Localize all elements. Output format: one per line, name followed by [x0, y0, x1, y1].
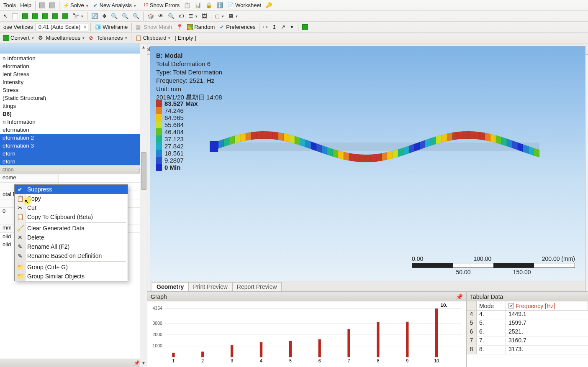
btn-worksheet[interactable]: 📄Worksheet	[226, 1, 263, 10]
context-item-suppress[interactable]: ✔Suppress	[15, 185, 128, 194]
table-row[interactable]: 44.1449.1	[467, 311, 588, 319]
dir-all-icon[interactable]: ✦	[288, 23, 296, 32]
dir-x-icon[interactable]: ↦	[262, 23, 270, 32]
copy-icon: 📋	[17, 195, 23, 202]
rotate-icon[interactable]: 🔄	[90, 12, 100, 21]
menu-tools[interactable]: Tools	[2, 1, 18, 10]
show-mesh-button[interactable]: ▦Show Mesh	[134, 23, 174, 32]
tree-scrollbar[interactable]: ▲ ▼	[140, 43, 147, 367]
btn-show-errors[interactable]: !?Show Errors	[142, 1, 181, 10]
pin-icon[interactable]: 📌	[134, 360, 140, 366]
details-title-label: ction	[3, 167, 13, 173]
tree-item[interactable]: eforn	[0, 158, 147, 165]
context-item-rename-based-on-definition[interactable]: ✎Rename Based on Definition	[15, 251, 128, 260]
filter-elem-icon[interactable]	[61, 12, 70, 21]
context-item-rename-all-f-[interactable]: ✎Rename All (F2)	[15, 242, 128, 251]
context-item-clear-generated-data[interactable]: 🧹Clear Generated Data	[15, 224, 128, 233]
tree-item[interactable]: ttings	[0, 102, 147, 110]
col-mode[interactable]: Mode	[477, 301, 506, 310]
zoom-icon[interactable]: 🔍	[109, 12, 119, 21]
filter-vertex-icon[interactable]	[10, 12, 20, 21]
filter-body-icon[interactable]	[41, 12, 50, 21]
tree-item[interactable]: n Information	[0, 118, 147, 126]
btn-layout2[interactable]	[48, 1, 57, 10]
tab-geometry[interactable]: Geometry	[152, 282, 188, 291]
tabular-grid[interactable]: Mode ✔Frequency [Hz] 44.1449.155.1599.76…	[467, 301, 588, 354]
misc-dropdown[interactable]: ⚙Miscellaneous	[36, 33, 86, 43]
view-prev-icon[interactable]: 🔍	[166, 12, 176, 21]
tag-icon[interactable]: 🏷	[177, 12, 186, 21]
show-dropdown[interactable]: ◻	[213, 12, 226, 21]
filter-face-icon[interactable]	[31, 12, 40, 21]
wireframe-button[interactable]: 🧊Wireframe	[93, 23, 129, 32]
context-item-cut[interactable]: ✂Cut	[15, 203, 128, 212]
tree-item[interactable]: eformation	[0, 126, 147, 134]
convert-dropdown[interactable]: Convert	[2, 33, 36, 43]
btn-nav2[interactable]: 📊	[193, 1, 203, 10]
btn-nav4[interactable]: ℹ️	[215, 1, 225, 10]
btn-key[interactable]: 🔑	[264, 1, 274, 10]
scroll-thumb[interactable]	[141, 152, 146, 190]
probe-icon[interactable]: 📍	[175, 23, 185, 32]
graphics-viewport[interactable]: B: Modal Total Deformation 6 Type: Total…	[150, 46, 585, 291]
context-item-group-ctrl-g-[interactable]: 📁Group (Ctrl+ G)	[15, 263, 128, 272]
zoom-fit-icon[interactable]: 🔍	[131, 12, 141, 21]
tab-report-preview[interactable]: Report Preview	[232, 282, 282, 291]
dir-z-icon[interactable]: ↗	[279, 23, 287, 32]
tree-item[interactable]: eformation	[0, 62, 147, 70]
tab-print-preview[interactable]: Print Preview	[188, 282, 232, 291]
extend-dropdown[interactable]: 🔭	[71, 12, 85, 21]
tree-item[interactable]: Intensity	[0, 78, 147, 86]
svg-rect-0	[213, 143, 539, 151]
cube-icon[interactable]	[300, 23, 310, 32]
btn-layout1[interactable]	[38, 1, 47, 10]
filter-node-icon[interactable]	[51, 12, 60, 21]
solve-label: Solve	[70, 2, 84, 8]
context-item-delete[interactable]: ✕Delete	[15, 233, 128, 242]
btn-new-analysis[interactable]: ✔New Analysis	[91, 1, 138, 10]
col-frequency[interactable]: ✔Frequency [Hz]	[506, 301, 588, 310]
tree-item[interactable]: B6)	[0, 110, 147, 118]
outline-tree[interactable]: n Informationeformationlent StressIntens…	[0, 54, 147, 165]
preferences-button[interactable]: ✔Preferences	[217, 23, 257, 32]
btn-solve[interactable]: ⚡Solve	[62, 1, 90, 10]
pan-icon[interactable]: ✥	[100, 12, 108, 21]
table-row[interactable]: 88.3173.	[467, 346, 588, 354]
scroll-up-icon[interactable]: ▲	[141, 43, 146, 51]
context-item-copy-to-clipboard-beta-[interactable]: 📋Copy To Clipboard (Beta)	[15, 212, 128, 222]
tolerances-dropdown[interactable]: ⊘Tolerances	[87, 33, 129, 43]
context-item-copy[interactable]: 📋Copy	[15, 194, 128, 203]
tree-item[interactable]: n Information	[0, 54, 147, 62]
zoom-box-icon[interactable]: 🔍	[120, 12, 130, 21]
view-iso-icon[interactable]: 🎲	[146, 12, 156, 21]
tree-item[interactable]: lent Stress	[0, 70, 147, 78]
tree-item[interactable]: eformation 2	[0, 134, 147, 142]
svg-marker-7	[240, 133, 246, 142]
filter-edge-icon[interactable]	[21, 12, 30, 21]
manage-views-dropdown[interactable]: ☰	[187, 12, 199, 21]
clipboard-dropdown[interactable]: 📋Clipboard	[134, 33, 172, 43]
table-row[interactable]: 55.1599.7	[467, 319, 588, 328]
result-scale-dropdown[interactable]: 0.41 (Auto Scale)	[36, 23, 88, 31]
tree-item[interactable]: (Static Structural)	[0, 94, 147, 102]
table-row[interactable]: 77.3160.7	[467, 337, 588, 346]
image-icon[interactable]: 🖼	[200, 12, 209, 21]
pin-icon[interactable]: 📌	[456, 293, 463, 300]
context-menu[interactable]: ✔Suppress📋Copy✂Cut📋Copy To Clipboard (Be…	[14, 184, 128, 281]
capture-dropdown[interactable]: 🖥	[226, 12, 239, 21]
btn-nav3[interactable]: 🔒	[204, 1, 214, 10]
random-button[interactable]: Random	[185, 23, 216, 32]
view-look-icon[interactable]: 👁	[157, 12, 165, 21]
table-row[interactable]: 66.2521.	[467, 328, 588, 337]
graph-canvas[interactable]: 10002000300043541234567891010.	[147, 301, 466, 367]
dir-y-icon[interactable]: ↥	[270, 23, 278, 32]
tree-item[interactable]: Stress	[0, 86, 147, 94]
tree-item[interactable]: eformation 3	[0, 142, 147, 150]
tree-item[interactable]: eforn	[0, 150, 147, 158]
scroll-down-icon[interactable]: ▼	[141, 359, 146, 367]
menu-help[interactable]: Help	[18, 1, 33, 10]
prop-value[interactable]	[59, 174, 147, 182]
context-item-group-similar-objects[interactable]: 📁Group Similar Objects	[15, 272, 128, 281]
btn-nav1[interactable]: 📋	[182, 1, 192, 10]
select-tool-icon[interactable]: ↖	[2, 12, 10, 21]
